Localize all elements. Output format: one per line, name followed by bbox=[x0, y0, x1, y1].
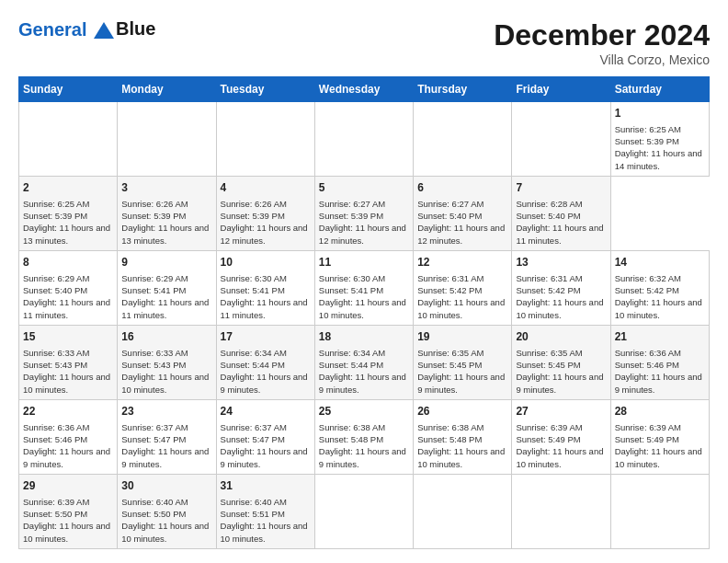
table-row: 7Sunrise: 6:28 AMSunset: 5:40 PMDaylight… bbox=[512, 176, 610, 250]
table-row: 22Sunrise: 6:36 AMSunset: 5:46 PMDayligh… bbox=[19, 399, 118, 474]
day-number: 28 bbox=[615, 404, 705, 419]
calendar-table: Sunday Monday Tuesday Wednesday Thursday… bbox=[18, 76, 710, 549]
day-number: 13 bbox=[516, 255, 606, 270]
table-row: 23Sunrise: 6:37 AMSunset: 5:47 PMDayligh… bbox=[118, 399, 216, 474]
empty-cell bbox=[314, 102, 413, 177]
cell-content: Sunrise: 6:40 AMSunset: 5:51 PMDaylight:… bbox=[221, 496, 311, 545]
day-number: 20 bbox=[516, 329, 606, 345]
cell-content: Sunrise: 6:27 AMSunset: 5:40 PMDaylight:… bbox=[417, 198, 507, 247]
cell-content: Sunrise: 6:31 AMSunset: 5:42 PMDaylight:… bbox=[417, 272, 507, 321]
calendar-week-4: 15Sunrise: 6:33 AMSunset: 5:43 PMDayligh… bbox=[19, 325, 710, 399]
table-row: 29Sunrise: 6:39 AMSunset: 5:50 PMDayligh… bbox=[19, 474, 118, 548]
cell-content: Sunrise: 6:39 AMSunset: 5:50 PMDaylight:… bbox=[23, 496, 113, 545]
table-row: 27Sunrise: 6:39 AMSunset: 5:49 PMDayligh… bbox=[512, 399, 610, 474]
day-number: 27 bbox=[516, 404, 606, 419]
table-row: 17Sunrise: 6:34 AMSunset: 5:44 PMDayligh… bbox=[216, 325, 314, 399]
day-number: 3 bbox=[121, 180, 211, 196]
calendar-week-5: 22Sunrise: 6:36 AMSunset: 5:46 PMDayligh… bbox=[19, 399, 710, 474]
calendar-week-1: 1Sunrise: 6:25 AMSunset: 5:39 PMDaylight… bbox=[19, 102, 710, 177]
day-number: 22 bbox=[23, 404, 113, 419]
cell-content: Sunrise: 6:27 AMSunset: 5:39 PMDaylight:… bbox=[319, 198, 409, 247]
cell-content: Sunrise: 6:36 AMSunset: 5:46 PMDaylight:… bbox=[615, 347, 705, 396]
table-row: 18Sunrise: 6:34 AMSunset: 5:44 PMDayligh… bbox=[314, 325, 413, 399]
header-thursday: Thursday bbox=[414, 77, 512, 102]
day-number: 5 bbox=[319, 180, 409, 196]
cell-content: Sunrise: 6:29 AMSunset: 5:40 PMDaylight:… bbox=[23, 272, 113, 321]
day-number: 6 bbox=[417, 180, 507, 196]
cell-content: Sunrise: 6:40 AMSunset: 5:50 PMDaylight:… bbox=[121, 496, 211, 545]
day-number: 16 bbox=[121, 329, 211, 345]
table-row: 16Sunrise: 6:33 AMSunset: 5:43 PMDayligh… bbox=[118, 325, 216, 399]
cell-content: Sunrise: 6:26 AMSunset: 5:39 PMDaylight:… bbox=[121, 198, 211, 247]
cell-content: Sunrise: 6:29 AMSunset: 5:41 PMDaylight:… bbox=[121, 272, 211, 321]
table-row: 30Sunrise: 6:40 AMSunset: 5:50 PMDayligh… bbox=[118, 474, 216, 548]
day-number: 23 bbox=[121, 404, 211, 419]
empty-cell bbox=[314, 474, 413, 548]
day-number: 11 bbox=[319, 255, 409, 270]
table-row: 11Sunrise: 6:30 AMSunset: 5:41 PMDayligh… bbox=[314, 250, 413, 325]
table-row: 2Sunrise: 6:25 AMSunset: 5:39 PMDaylight… bbox=[19, 176, 118, 250]
cell-content: Sunrise: 6:32 AMSunset: 5:42 PMDaylight:… bbox=[615, 272, 705, 321]
table-row: 26Sunrise: 6:38 AMSunset: 5:48 PMDayligh… bbox=[414, 399, 512, 474]
table-row: 5Sunrise: 6:27 AMSunset: 5:39 PMDaylight… bbox=[314, 176, 413, 250]
table-row: 4Sunrise: 6:26 AMSunset: 5:39 PMDaylight… bbox=[216, 176, 314, 250]
cell-content: Sunrise: 6:38 AMSunset: 5:48 PMDaylight:… bbox=[319, 421, 409, 470]
table-row: 19Sunrise: 6:35 AMSunset: 5:45 PMDayligh… bbox=[414, 325, 512, 399]
cell-content: Sunrise: 6:35 AMSunset: 5:45 PMDaylight:… bbox=[516, 347, 606, 396]
logo: General Blue bbox=[18, 18, 155, 40]
table-row: 15Sunrise: 6:33 AMSunset: 5:43 PMDayligh… bbox=[19, 325, 118, 399]
cell-content: Sunrise: 6:33 AMSunset: 5:43 PMDaylight:… bbox=[121, 347, 211, 396]
cell-content: Sunrise: 6:31 AMSunset: 5:42 PMDaylight:… bbox=[516, 272, 606, 321]
title-block: December 2024 Villa Corzo, Mexico bbox=[494, 18, 710, 67]
table-row: 20Sunrise: 6:35 AMSunset: 5:45 PMDayligh… bbox=[512, 325, 610, 399]
empty-cell bbox=[414, 474, 512, 548]
table-row: 28Sunrise: 6:39 AMSunset: 5:49 PMDayligh… bbox=[610, 399, 709, 474]
header-sunday: Sunday bbox=[19, 77, 118, 102]
calendar-week-3: 8Sunrise: 6:29 AMSunset: 5:40 PMDaylight… bbox=[19, 250, 710, 325]
header-saturday: Saturday bbox=[610, 77, 709, 102]
cell-content: Sunrise: 6:34 AMSunset: 5:44 PMDaylight:… bbox=[221, 347, 311, 396]
calendar-header-row: Sunday Monday Tuesday Wednesday Thursday… bbox=[19, 77, 710, 102]
cell-content: Sunrise: 6:25 AMSunset: 5:39 PMDaylight:… bbox=[615, 123, 705, 172]
empty-cell bbox=[512, 102, 610, 177]
logo-blue-text: Blue bbox=[116, 18, 155, 40]
empty-cell bbox=[216, 102, 314, 177]
day-number: 10 bbox=[221, 255, 311, 270]
cell-content: Sunrise: 6:36 AMSunset: 5:46 PMDaylight:… bbox=[23, 421, 113, 470]
cell-content: Sunrise: 6:37 AMSunset: 5:47 PMDaylight:… bbox=[121, 421, 211, 470]
cell-content: Sunrise: 6:34 AMSunset: 5:44 PMDaylight:… bbox=[319, 347, 409, 396]
table-row: 25Sunrise: 6:38 AMSunset: 5:48 PMDayligh… bbox=[314, 399, 413, 474]
calendar-week-6: 29Sunrise: 6:39 AMSunset: 5:50 PMDayligh… bbox=[19, 474, 710, 548]
day-number: 15 bbox=[23, 329, 113, 345]
cell-content: Sunrise: 6:28 AMSunset: 5:40 PMDaylight:… bbox=[516, 198, 606, 247]
empty-cell bbox=[118, 102, 216, 177]
table-row: 31Sunrise: 6:40 AMSunset: 5:51 PMDayligh… bbox=[216, 474, 314, 548]
logo-text: General bbox=[18, 19, 114, 40]
table-row: 3Sunrise: 6:26 AMSunset: 5:39 PMDaylight… bbox=[118, 176, 216, 250]
day-number: 14 bbox=[615, 255, 705, 270]
cell-content: Sunrise: 6:38 AMSunset: 5:48 PMDaylight:… bbox=[417, 421, 507, 470]
page-header: General Blue December 2024 Villa Corzo, … bbox=[18, 18, 710, 67]
day-number: 7 bbox=[516, 180, 606, 196]
day-number: 8 bbox=[23, 255, 113, 270]
day-number: 21 bbox=[615, 329, 705, 345]
table-row: 12Sunrise: 6:31 AMSunset: 5:42 PMDayligh… bbox=[414, 250, 512, 325]
calendar-week-2: 2Sunrise: 6:25 AMSunset: 5:39 PMDaylight… bbox=[19, 176, 710, 250]
location: Villa Corzo, Mexico bbox=[494, 52, 710, 67]
day-number: 26 bbox=[417, 404, 507, 419]
empty-cell bbox=[512, 474, 610, 548]
cell-content: Sunrise: 6:25 AMSunset: 5:39 PMDaylight:… bbox=[23, 198, 113, 247]
day-number: 30 bbox=[121, 478, 211, 494]
day-number: 18 bbox=[319, 329, 409, 345]
day-number: 29 bbox=[23, 478, 113, 494]
cell-content: Sunrise: 6:39 AMSunset: 5:49 PMDaylight:… bbox=[516, 421, 606, 470]
day-number: 24 bbox=[221, 404, 311, 419]
day-number: 25 bbox=[319, 404, 409, 419]
month-title: December 2024 bbox=[494, 18, 710, 52]
empty-cell bbox=[610, 474, 709, 548]
day-number: 19 bbox=[417, 329, 507, 345]
day-number: 17 bbox=[221, 329, 311, 345]
table-row: 24Sunrise: 6:37 AMSunset: 5:47 PMDayligh… bbox=[216, 399, 314, 474]
empty-cell bbox=[19, 102, 118, 177]
day-number: 9 bbox=[121, 255, 211, 270]
